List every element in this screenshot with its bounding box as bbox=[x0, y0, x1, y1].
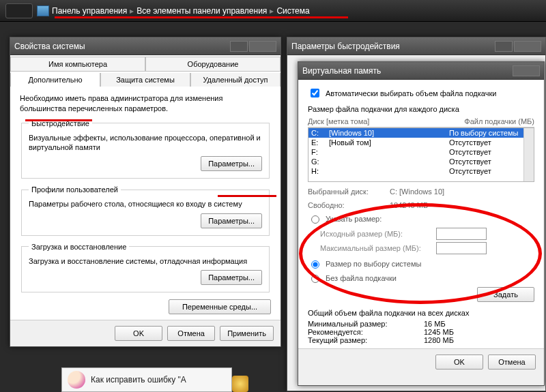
titlebar[interactable]: Виртуальная память bbox=[298, 62, 544, 80]
breadcrumb-item[interactable]: Система bbox=[276, 6, 309, 16]
per-drive-label: Размер файла подкачки для каждого диска bbox=[308, 105, 534, 113]
group-desc: Визуальные эффекты, использование процес… bbox=[29, 133, 262, 153]
cancel-button[interactable]: Отмена bbox=[167, 326, 215, 341]
total-row: Минимальный размер: 16 МБ bbox=[308, 320, 534, 328]
system-properties-window: Свойства системы Имя компьютера Оборудов… bbox=[10, 37, 281, 347]
disk-row[interactable]: F: Отсутствует bbox=[308, 147, 534, 157]
control-panel-icon bbox=[37, 5, 49, 16]
performance-settings-button[interactable]: Параметры... bbox=[201, 156, 262, 171]
background-link[interactable]: Как исправить ошибку "A bbox=[61, 367, 232, 392]
tab-system-protection[interactable]: Защита системы bbox=[100, 73, 190, 87]
breadcrumb[interactable]: Панель управления ▸ Все элементы панели … bbox=[37, 5, 310, 16]
nav-back-forward[interactable] bbox=[5, 3, 33, 18]
close-button[interactable] bbox=[249, 41, 276, 52]
group-label: Профили пользователей bbox=[29, 185, 121, 194]
chevron-right-icon: ▸ bbox=[270, 6, 274, 16]
auto-manage-label: Автоматически выбирать объем файла подка… bbox=[326, 89, 496, 97]
ok-button[interactable]: OK bbox=[115, 326, 162, 341]
disk-list[interactable]: C: [Windows 10] По выбору системы E: [Но… bbox=[308, 127, 534, 182]
titlebar[interactable]: Параметры быстродействия bbox=[287, 37, 545, 55]
total-row: Рекомендуется: 1245 МБ bbox=[308, 328, 534, 336]
admin-hint: Необходимо иметь права администратора дл… bbox=[20, 93, 271, 114]
help-button[interactable] bbox=[495, 41, 513, 52]
close-button[interactable] bbox=[514, 41, 541, 52]
group-label: Загрузка и восстановление bbox=[29, 243, 129, 251]
startup-recovery-group: Загрузка и восстановление Загрузка и вос… bbox=[21, 243, 270, 292]
group-desc: Параметры рабочего стола, относящиеся ко… bbox=[29, 199, 262, 209]
col-header: Диск [метка тома] bbox=[308, 117, 369, 125]
free-space-row: Свободно: 184248 МБ bbox=[308, 201, 534, 209]
radio-system-managed[interactable]: Размер по выбору системы bbox=[308, 258, 534, 269]
total-row: Текущий размер: 1280 МБ bbox=[308, 336, 534, 344]
radio-custom-size[interactable]: Указать размер: bbox=[308, 213, 534, 224]
disk-row[interactable]: G: Отсутствует bbox=[308, 157, 534, 166]
disk-row[interactable]: C: [Windows 10] По выбору системы bbox=[308, 128, 534, 138]
tab-remote[interactable]: Удаленный доступ bbox=[190, 73, 281, 87]
performance-group: Быстродействие Визуальные эффекты, испол… bbox=[21, 119, 270, 179]
radio-no-paging[interactable]: Без файла подкачки bbox=[308, 273, 534, 283]
initial-size-input[interactable] bbox=[436, 228, 487, 240]
disk-row[interactable]: E: [Новый том] Отсутствует bbox=[308, 138, 534, 147]
link-text: Как исправить ошибку "A bbox=[91, 375, 186, 385]
window-title: Параметры быстродействия bbox=[291, 42, 400, 51]
max-size-row: Максимальный размер (МБ): bbox=[320, 242, 534, 254]
tab-advanced[interactable]: Дополнительно bbox=[10, 73, 100, 87]
cancel-button[interactable]: Отмена bbox=[488, 355, 536, 370]
window-title: Виртуальная память bbox=[302, 66, 381, 76]
annotation-underline bbox=[55, 16, 348, 18]
thumbnail-icon bbox=[68, 371, 85, 389]
annotation-underline bbox=[25, 119, 92, 121]
disk-row[interactable]: H: Отсутствует bbox=[308, 166, 534, 176]
apply-button[interactable]: Применить bbox=[220, 326, 274, 341]
help-button[interactable] bbox=[230, 41, 248, 52]
breadcrumb-item[interactable]: Все элементы панели управления bbox=[136, 6, 267, 16]
col-header: Файл подкачки (МБ) bbox=[464, 117, 534, 125]
chevron-right-icon: ▸ bbox=[130, 6, 134, 16]
tab-row: Имя компьютера Оборудование bbox=[10, 55, 281, 72]
annotation-underline bbox=[218, 195, 276, 197]
close-button[interactable] bbox=[513, 65, 540, 76]
profiles-settings-button[interactable]: Параметры... bbox=[201, 213, 262, 228]
env-vars-button[interactable]: Переменные среды... bbox=[169, 299, 271, 314]
titlebar[interactable]: Свойства системы bbox=[10, 37, 281, 55]
virtual-memory-window: Виртуальная память Автоматически выбират… bbox=[298, 61, 545, 386]
tab-hardware[interactable]: Оборудование bbox=[145, 57, 281, 71]
scrollbar[interactable] bbox=[523, 128, 534, 181]
profiles-group: Профили пользователей Параметры рабочего… bbox=[21, 185, 270, 235]
tab-row: Дополнительно Защита системы Удаленный д… bbox=[10, 72, 281, 87]
selected-drive-row: Выбранный диск: C: [Windows 10] bbox=[308, 187, 534, 196]
max-size-input[interactable] bbox=[436, 242, 487, 254]
disk-list-header: Диск [метка тома] Файл подкачки (МБ) bbox=[308, 116, 534, 127]
app-icon[interactable] bbox=[232, 376, 248, 392]
auto-manage-input[interactable] bbox=[311, 89, 319, 97]
initial-size-row: Исходный размер (МБ): bbox=[320, 228, 534, 240]
tab-computer-name[interactable]: Имя компьютера bbox=[10, 57, 145, 71]
group-desc: Загрузка и восстановление системы, отлад… bbox=[29, 256, 262, 266]
window-title: Свойства системы bbox=[14, 42, 85, 51]
breadcrumb-item[interactable]: Панель управления bbox=[52, 6, 127, 16]
startup-settings-button[interactable]: Параметры... bbox=[201, 270, 262, 285]
set-button[interactable]: Задать bbox=[477, 287, 534, 302]
ok-button[interactable]: OK bbox=[435, 355, 483, 370]
auto-manage-checkbox[interactable]: Автоматически выбирать объем файла подка… bbox=[308, 87, 534, 100]
totals-header: Общий объем файла подкачки на всех диска… bbox=[308, 309, 534, 317]
address-bar: Панель управления ▸ Все элементы панели … bbox=[0, 0, 546, 22]
